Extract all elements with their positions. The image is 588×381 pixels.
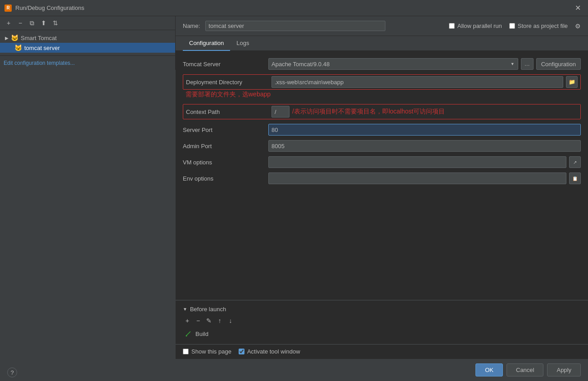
context-path-field: /表示访问项目时不需要项目名，即localhost可访问项目 bbox=[271, 106, 578, 118]
deployment-directory-section: Deployment Directory 📁 需要部署的文件夹，选webapp bbox=[183, 74, 581, 100]
deployment-annotation: 需要部署的文件夹，选webapp bbox=[185, 91, 271, 98]
before-launch-header[interactable]: ▼ Before launch bbox=[183, 306, 581, 313]
edit-templates-link[interactable]: Edit configuration templates... bbox=[4, 60, 75, 66]
name-input[interactable] bbox=[205, 21, 385, 31]
env-options-row: Env options 📋 bbox=[183, 172, 581, 184]
build-label: Build bbox=[195, 331, 208, 337]
app-icon: R bbox=[5, 5, 12, 12]
deployment-dir-field: 📁 bbox=[271, 76, 578, 88]
right-panel: Name: Allow parallel run Store as projec… bbox=[176, 16, 588, 381]
build-icon bbox=[185, 330, 192, 337]
cancel-button[interactable]: Cancel bbox=[507, 363, 543, 376]
env-options-doc-btn[interactable]: 📋 bbox=[569, 172, 581, 184]
expand-arrow-icon: ▶ bbox=[4, 35, 10, 41]
sidebar-item-tomcat-server[interactable]: 🐱 tomcat server bbox=[0, 43, 175, 53]
tomcat-server-row: Tomcat Server Apache Tomcat/9.0.48 … Con… bbox=[183, 58, 581, 70]
context-path-input[interactable] bbox=[271, 106, 289, 118]
vm-options-input[interactable] bbox=[268, 156, 566, 168]
build-item: Build bbox=[183, 329, 581, 339]
server-port-input[interactable] bbox=[268, 124, 581, 136]
allow-parallel-checkbox-label[interactable]: Allow parallel run bbox=[449, 23, 502, 29]
tomcat-server-field: Apache Tomcat/9.0.48 … Configuration bbox=[268, 58, 581, 70]
sidebar-toolbar: + − ⧉ ⬆ ⇅ bbox=[0, 16, 175, 30]
help-button[interactable]: ? bbox=[7, 367, 17, 377]
smart-tomcat-group: ▶ 🐱 Smart Tomcat 🐱 tomcat server bbox=[0, 32, 175, 54]
remove-config-button[interactable]: − bbox=[15, 18, 25, 28]
vm-options-expand-btn[interactable]: ↗ bbox=[569, 156, 581, 168]
context-path-label: Context Path bbox=[186, 109, 267, 115]
before-launch-edit-btn[interactable]: ✎ bbox=[204, 316, 213, 325]
deployment-dir-label: Deployment Directory bbox=[186, 79, 267, 86]
smart-tomcat-label: Smart Tomcat bbox=[21, 35, 57, 41]
store-project-checkbox-label[interactable]: Store as project file bbox=[509, 23, 568, 29]
tabs-bar: Configuration Logs bbox=[176, 36, 588, 51]
env-options-label: Env options bbox=[183, 175, 264, 182]
sidebar: + − ⧉ ⬆ ⇅ ▶ 🐱 Smart Tomcat 🐱 tomcat serv… bbox=[0, 16, 176, 381]
tomcat-server-more-btn[interactable]: … bbox=[521, 58, 534, 70]
before-launch-add-btn[interactable]: + bbox=[183, 316, 192, 325]
allow-parallel-label: Allow parallel run bbox=[457, 23, 502, 29]
settings-gear-icon[interactable]: ⚙ bbox=[575, 23, 581, 30]
add-config-button[interactable]: + bbox=[4, 18, 14, 28]
server-port-row: Server Port bbox=[183, 124, 581, 136]
vm-options-label: VM options bbox=[183, 159, 264, 166]
server-port-field bbox=[268, 124, 581, 136]
vm-options-field: ↗ bbox=[268, 156, 581, 168]
admin-port-field bbox=[268, 140, 581, 152]
allow-parallel-checkbox[interactable] bbox=[449, 23, 455, 29]
vm-options-row: VM options ↗ bbox=[183, 156, 581, 168]
tomcat-server-select[interactable]: Apache Tomcat/9.0.48 bbox=[268, 58, 518, 70]
close-button[interactable]: ✕ bbox=[572, 3, 583, 13]
activate-window-checkbox-label[interactable]: Activate tool window bbox=[239, 348, 300, 355]
store-project-checkbox[interactable] bbox=[509, 23, 515, 29]
tab-configuration[interactable]: Configuration bbox=[183, 36, 230, 51]
before-launch-section: ▼ Before launch + − ✎ ↑ ↓ Build bbox=[176, 300, 588, 344]
sidebar-bottom: Edit configuration templates... bbox=[0, 55, 175, 70]
name-label: Name: bbox=[183, 23, 200, 29]
sidebar-panel: + − ⧉ ⬆ ⇅ ▶ 🐱 Smart Tomcat 🐱 tomcat serv… bbox=[0, 16, 176, 70]
footer: OK Cancel Apply bbox=[176, 358, 588, 381]
before-launch-down-btn[interactable]: ↓ bbox=[226, 316, 235, 325]
tab-logs[interactable]: Logs bbox=[230, 36, 255, 51]
env-options-input[interactable] bbox=[268, 172, 566, 184]
tomcat-server-icon: 🐱 bbox=[14, 44, 22, 51]
form-content: Tomcat Server Apache Tomcat/9.0.48 … Con… bbox=[176, 51, 588, 300]
admin-port-row: Admin Port bbox=[183, 140, 581, 152]
sidebar-item-smart-tomcat[interactable]: ▶ 🐱 Smart Tomcat bbox=[0, 33, 175, 43]
server-port-label: Server Port bbox=[183, 127, 264, 133]
move-config-button[interactable]: ⬆ bbox=[39, 18, 49, 28]
before-launch-up-btn[interactable]: ↑ bbox=[215, 316, 224, 325]
admin-port-label: Admin Port bbox=[183, 143, 264, 150]
copy-config-button[interactable]: ⧉ bbox=[27, 18, 37, 28]
store-project-label: Store as project file bbox=[518, 23, 568, 29]
show-page-checkbox[interactable] bbox=[183, 349, 189, 354]
env-options-field: 📋 bbox=[268, 172, 581, 184]
show-page-label: Show this page bbox=[191, 348, 231, 355]
config-tree: ▶ 🐱 Smart Tomcat 🐱 tomcat server bbox=[0, 30, 175, 55]
configuration-button[interactable]: Configuration bbox=[536, 58, 581, 70]
before-launch-title: Before launch bbox=[190, 306, 226, 313]
admin-port-input[interactable] bbox=[268, 140, 581, 152]
title-bar-text: Run/Debug Configurations bbox=[15, 5, 572, 11]
activate-window-checkbox[interactable] bbox=[239, 349, 244, 354]
before-launch-remove-btn[interactable]: − bbox=[194, 316, 203, 325]
config-header: Name: Allow parallel run Store as projec… bbox=[176, 16, 588, 36]
tomcat-group-icon: 🐱 bbox=[11, 34, 18, 41]
bottom-options: Show this page Activate tool window bbox=[176, 344, 588, 358]
activate-window-label: Activate tool window bbox=[247, 348, 300, 355]
main-content: + − ⧉ ⬆ ⇅ ▶ 🐱 Smart Tomcat 🐱 tomcat serv… bbox=[0, 16, 588, 381]
tomcat-server-label: tomcat server bbox=[24, 45, 60, 51]
deployment-dir-browse-btn[interactable]: 📁 bbox=[566, 76, 578, 88]
show-page-checkbox-label[interactable]: Show this page bbox=[183, 348, 231, 355]
before-launch-arrow-icon: ▼ bbox=[183, 307, 187, 312]
ok-button[interactable]: OK bbox=[475, 363, 503, 376]
context-path-section: Context Path /表示访问项目时不需要项目名，即localhost可访… bbox=[183, 104, 581, 119]
title-bar: R Run/Debug Configurations ✕ bbox=[0, 0, 588, 16]
apply-button[interactable]: Apply bbox=[547, 363, 581, 376]
deployment-dir-input[interactable] bbox=[271, 76, 563, 88]
header-options: Allow parallel run Store as project file… bbox=[449, 23, 581, 30]
tomcat-server-label: Tomcat Server bbox=[183, 61, 264, 68]
context-annotation: /表示访问项目时不需要项目名，即localhost可访问项目 bbox=[292, 108, 445, 116]
sort-config-button[interactable]: ⇅ bbox=[50, 18, 60, 28]
before-launch-toolbar: + − ✎ ↑ ↓ bbox=[183, 316, 581, 325]
